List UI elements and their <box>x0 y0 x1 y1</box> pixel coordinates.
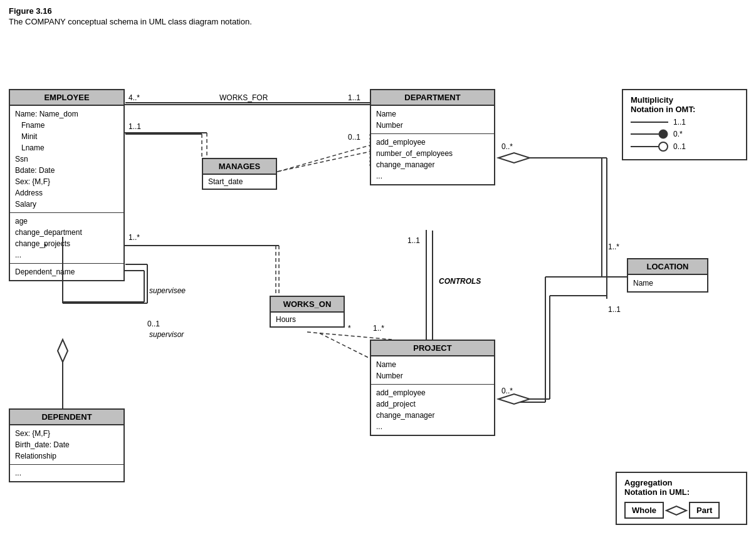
employee-section1: Name: Name_dom Fname Minit Lname Ssn Bda… <box>10 106 123 213</box>
works-on-box: WORKS_ON Hours <box>270 296 345 328</box>
project-class: PROJECT Name Number add_employee add_pro… <box>370 340 495 436</box>
dependent-class: DEPENDENT Sex: {M,F} Birth_date: Date Re… <box>9 408 125 482</box>
department-section2: add_employee number_of_employees change_… <box>371 134 494 184</box>
mult-supervisee: * <box>44 242 47 251</box>
project-header: PROJECT <box>371 341 494 356</box>
whole-label: Whole <box>624 502 664 519</box>
manages-body: Start_date <box>203 175 276 189</box>
aggregation-notation-box: Aggregation Notation in UML: Whole Part <box>616 472 747 525</box>
mult-manages-dep: 0..1 <box>348 133 360 142</box>
mult-location-proj: 1..1 <box>608 305 621 314</box>
mult-works-on-proj: * <box>348 324 351 333</box>
figure-title: Figure 3.16 <box>9 6 747 16</box>
mult-manages-emp: 1..1 <box>129 122 141 131</box>
notation-row-11: 1..1 <box>631 118 738 127</box>
notation-row-0star: 0.* <box>631 129 738 139</box>
multiplicity-notation-box: Multiplicity Notation in OMT: 1..1 0.* 0… <box>622 89 747 160</box>
project-section1: Name Number <box>371 356 494 385</box>
project-section2: add_employee add_project change_manager … <box>371 385 494 435</box>
works-on-header: WORKS_ON <box>271 297 344 313</box>
mult-location-dept: 1..* <box>608 242 619 251</box>
works-for-label: WORKS_FOR <box>219 93 268 102</box>
svg-marker-34 <box>498 153 530 163</box>
location-section1: Name <box>628 275 707 291</box>
aggregation-notation-title: Aggregation Notation in UML: <box>624 478 738 497</box>
svg-point-44 <box>659 130 668 138</box>
dependent-section1: Sex: {M,F} Birth_date: Date Relationship <box>10 425 123 465</box>
mult-proj-location: 0..* <box>501 387 513 395</box>
mult-controls-dep: 1..1 <box>407 236 420 245</box>
mult-controls-proj: 1..* <box>373 324 384 333</box>
manages-header: MANAGES <box>203 159 276 175</box>
manages-box: MANAGES Start_date <box>202 158 277 190</box>
works-on-body: Hours <box>271 313 344 326</box>
employee-section2: age change_department change_projects ..… <box>10 213 123 264</box>
controls-label: CONTROLS <box>439 277 481 286</box>
employee-header: EMPLOYEE <box>10 90 123 106</box>
svg-line-22 <box>277 152 370 172</box>
mult-works-on-emp: 1..* <box>129 233 140 242</box>
svg-marker-41 <box>58 340 68 362</box>
part-label: Part <box>689 502 720 519</box>
department-class: DEPARTMENT Name Number add_employee numb… <box>370 89 495 185</box>
diagram-area: EMPLOYEE Name: Name_dom Fname Minit Lnam… <box>0 33 756 534</box>
svg-line-30 <box>307 332 392 340</box>
dependent-section2: ... <box>10 465 123 481</box>
svg-line-10 <box>320 333 370 358</box>
supervisor-label: supervisor <box>149 330 184 339</box>
department-header: DEPARTMENT <box>371 90 494 106</box>
mult-supervisor: 0..1 <box>147 319 160 328</box>
location-class: LOCATION Name <box>627 258 708 293</box>
svg-point-46 <box>659 142 668 151</box>
svg-marker-39 <box>498 394 530 404</box>
mult-dept-location: 0..* <box>501 142 513 151</box>
employee-section3: Dependent_name <box>10 264 123 280</box>
multiplicity-notation-title: Multiplicity Notation in OMT: <box>631 95 738 114</box>
dependent-header: DEPENDENT <box>10 410 123 425</box>
department-section1: Name Number <box>371 106 494 134</box>
figure-caption: The COMPANY conceptual schema in UML cla… <box>9 17 747 26</box>
location-header: LOCATION <box>628 259 707 275</box>
mult-works-for-emp: 4..* <box>129 93 140 102</box>
supervisee-label: supervisee <box>149 286 186 295</box>
notation-row-01: 0..1 <box>631 142 738 152</box>
mult-works-for-dep: 1..1 <box>348 93 360 102</box>
employee-class: EMPLOYEE Name: Name_dom Fname Minit Lnam… <box>9 89 125 281</box>
svg-marker-47 <box>666 506 686 515</box>
